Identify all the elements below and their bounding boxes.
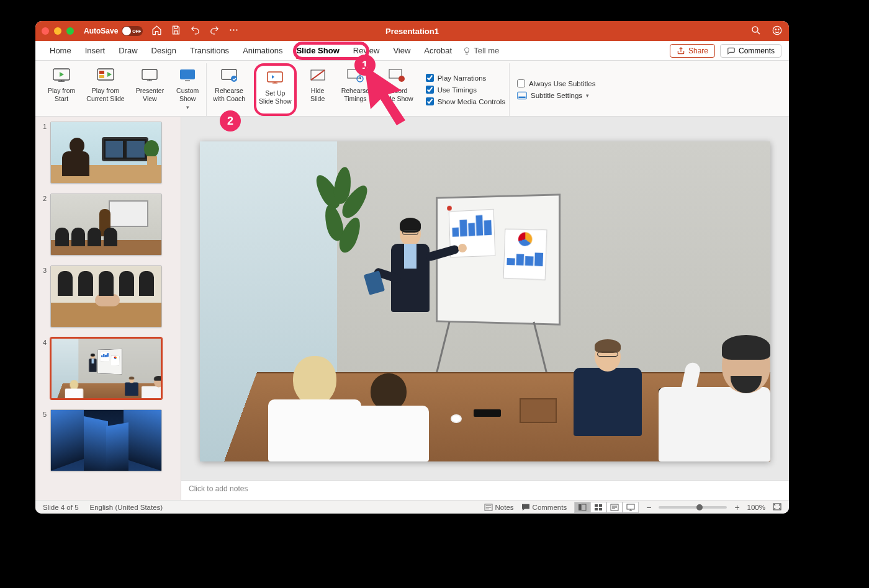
tab-home[interactable]: Home xyxy=(43,41,78,61)
tell-me-search[interactable]: Tell me xyxy=(462,46,499,55)
tab-slide-show[interactable]: Slide Show xyxy=(289,41,346,61)
thumbnail-panel[interactable]: 1 2 3 4 xyxy=(35,117,181,500)
record-icon xyxy=(387,66,407,86)
svg-rect-26 xyxy=(595,504,598,507)
tab-insert[interactable]: Insert xyxy=(78,41,112,61)
svg-rect-22 xyxy=(518,97,525,98)
thumbnail-5[interactable] xyxy=(50,409,162,471)
thumb-number: 5 xyxy=(39,409,47,471)
tab-transitions[interactable]: Transitions xyxy=(183,41,236,61)
ribbon: Play from Start Play from Current Slide … xyxy=(35,61,789,117)
reading-view-button[interactable] xyxy=(606,502,623,513)
thumb-number: 1 xyxy=(39,122,47,184)
svg-rect-15 xyxy=(268,72,282,82)
svg-rect-31 xyxy=(627,504,634,509)
svg-point-2 xyxy=(236,29,238,30)
zoom-slider[interactable] xyxy=(659,506,727,509)
svg-point-20 xyxy=(398,76,405,82)
titlebar: AutoSave OFF Presentation1 xyxy=(35,21,789,41)
svg-point-4 xyxy=(773,26,781,35)
subtitle-settings-button[interactable]: Subtitle Settings ▾ xyxy=(517,91,595,100)
minimize-window-button[interactable] xyxy=(54,27,61,35)
presenter-view-button[interactable]: Presenter View xyxy=(133,63,167,116)
thumb-number: 4 xyxy=(39,337,47,399)
slideshow-view-button[interactable] xyxy=(623,502,639,513)
rehearse-timings-button[interactable]: Rehearse Timings xyxy=(339,63,372,116)
svg-rect-29 xyxy=(599,508,602,510)
rehearse-coach-button[interactable]: Rehearse with Coach xyxy=(210,63,248,116)
sorter-view-button[interactable] xyxy=(590,502,606,513)
save-icon[interactable] xyxy=(171,25,181,37)
hide-slide-icon xyxy=(308,66,328,86)
custom-show-button[interactable]: Custom Show ▾ xyxy=(173,63,202,116)
svg-point-1 xyxy=(233,29,235,30)
share-button[interactable]: Share xyxy=(670,44,715,58)
thumbnail-1[interactable] xyxy=(50,122,162,184)
svg-rect-11 xyxy=(142,69,157,79)
slide-canvas[interactable] xyxy=(200,141,770,462)
play-narrations-checkbox[interactable]: Play Narrations xyxy=(426,74,505,82)
ribbon-tabs: Home Insert Draw Design Transitions Anim… xyxy=(35,41,789,61)
svg-point-0 xyxy=(230,29,232,30)
comments-toggle[interactable]: Comments xyxy=(521,504,567,511)
redo-icon[interactable] xyxy=(209,25,220,37)
quick-access-toolbar xyxy=(151,25,239,37)
tab-animations[interactable]: Animations xyxy=(236,41,289,61)
language-status[interactable]: English (United States) xyxy=(90,504,163,511)
play-from-start-button[interactable]: Play from Start xyxy=(45,63,78,116)
more-icon[interactable] xyxy=(228,25,239,37)
autosave-label: AutoSave xyxy=(84,27,118,35)
home-icon[interactable] xyxy=(151,25,162,37)
undo-icon[interactable] xyxy=(190,25,200,37)
smiley-icon[interactable] xyxy=(772,25,783,38)
thumbnail-4[interactable] xyxy=(50,337,162,399)
zoom-in-button[interactable]: + xyxy=(734,503,739,512)
comment-icon xyxy=(521,504,530,511)
maximize-window-button[interactable] xyxy=(66,27,74,35)
thumbnail-3[interactable] xyxy=(50,265,162,327)
zoom-out-button[interactable]: − xyxy=(646,503,651,512)
svg-rect-24 xyxy=(579,504,581,510)
traffic-lights xyxy=(42,27,74,35)
view-mode-buttons xyxy=(574,502,639,513)
slide-image xyxy=(200,141,770,462)
play-start-icon xyxy=(52,66,71,86)
svg-point-3 xyxy=(752,27,758,32)
tab-acrobat[interactable]: Acrobat xyxy=(417,41,459,61)
set-up-slide-show-button[interactable]: Set Up Slide Show xyxy=(254,63,297,116)
toggle-switch[interactable]: OFF xyxy=(122,26,143,36)
notes-icon xyxy=(484,504,493,511)
svg-point-6 xyxy=(778,29,780,30)
play-current-icon xyxy=(96,66,115,86)
thumbnail-2[interactable] xyxy=(50,194,162,256)
slide-position[interactable]: Slide 4 of 5 xyxy=(43,504,79,511)
tab-review[interactable]: Review xyxy=(346,41,387,61)
always-subtitles-checkbox[interactable]: Always Use Subtitles xyxy=(517,79,595,87)
notes-pane[interactable]: Click to add notes xyxy=(181,480,789,500)
thumb-number: 3 xyxy=(39,265,47,327)
fit-to-window-button[interactable] xyxy=(773,503,781,512)
tab-design[interactable]: Design xyxy=(145,41,183,61)
search-icon[interactable] xyxy=(750,25,762,38)
svg-rect-10 xyxy=(99,75,104,78)
zoom-level[interactable]: 100% xyxy=(747,504,765,511)
use-timings-checkbox[interactable]: Use Timings xyxy=(426,86,505,94)
tab-view[interactable]: View xyxy=(386,41,417,61)
notes-placeholder: Click to add notes xyxy=(189,484,248,493)
normal-view-button[interactable] xyxy=(574,502,590,513)
slide-canvas-area[interactable] xyxy=(181,117,789,480)
close-window-button[interactable] xyxy=(42,27,49,35)
record-slide-show-button[interactable]: Record Slide Show xyxy=(378,63,416,116)
timings-icon xyxy=(345,66,365,86)
comments-button[interactable]: Comments xyxy=(720,44,781,58)
presenter-icon xyxy=(140,66,160,86)
hide-slide-button[interactable]: Hide Slide xyxy=(303,63,333,116)
play-from-current-button[interactable]: Play from Current Slide xyxy=(84,63,127,116)
document-title: Presentation1 xyxy=(385,27,439,36)
autosave-toggle[interactable]: AutoSave OFF xyxy=(84,26,143,36)
notes-toggle[interactable]: Notes xyxy=(484,504,514,511)
custom-show-icon xyxy=(178,66,197,86)
show-media-checkbox[interactable]: Show Media Controls xyxy=(426,97,505,105)
share-icon xyxy=(677,47,685,55)
tab-draw[interactable]: Draw xyxy=(112,41,144,61)
